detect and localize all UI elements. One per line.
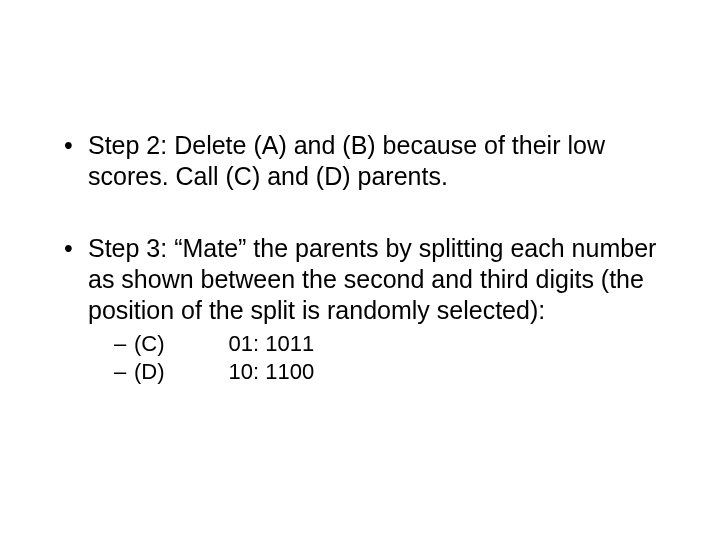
bullet-step2-text: Step 2: Delete (A) and (B) because of th… (88, 131, 605, 190)
slide: Step 2: Delete (A) and (B) because of th… (0, 0, 720, 540)
sub-item-d-label: (D) (134, 359, 165, 384)
sub-item-c-label: (C) (134, 331, 165, 356)
bullet-step2: Step 2: Delete (A) and (B) because of th… (60, 130, 660, 193)
bullet-step3-text: Step 3: “Mate” the parents by splitting … (88, 234, 656, 325)
bullet-list: Step 2: Delete (A) and (B) because of th… (60, 130, 660, 385)
bullet-step3: Step 3: “Mate” the parents by splitting … (60, 233, 660, 386)
sub-item-d-value: 10: 1100 (229, 359, 315, 384)
sub-item-d: (D)10: 1100 (114, 358, 660, 386)
sub-item-c: (C)01: 1011 (114, 330, 660, 358)
sub-list: (C)01: 1011 (D)10: 1100 (88, 330, 660, 385)
sub-item-c-value: 01: 1011 (229, 331, 315, 356)
